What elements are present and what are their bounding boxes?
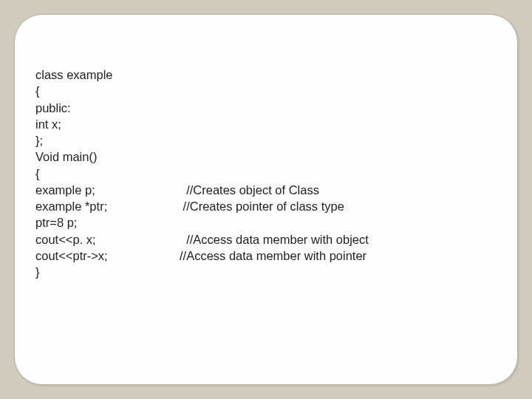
code-line: int x; — [35, 116, 497, 132]
code-line: }; — [35, 132, 497, 149]
code-line: class example — [35, 66, 497, 83]
code-line: example p; //Creates object of Class — [35, 182, 497, 198]
code-text: example *ptr; — [35, 198, 180, 214]
code-text: Void main() — [35, 149, 180, 165]
code-comment: //Access data member with pointer — [180, 248, 497, 264]
code-text: { — [35, 166, 180, 182]
code-line: { — [35, 166, 497, 182]
code-text: ptr=8 p; — [35, 214, 180, 231]
code-comment — [180, 166, 497, 182]
code-line: public: — [35, 100, 497, 116]
code-line: cout<<ptr->x;//Access data member with p… — [35, 248, 497, 264]
code-text: { — [35, 83, 180, 99]
code-line: cout<<p. x; //Access data member with ob… — [35, 231, 497, 248]
code-comment — [180, 132, 497, 149]
code-comment — [180, 100, 497, 116]
code-line: ptr=8 p; — [35, 214, 497, 231]
code-comment — [180, 116, 497, 132]
code-line: } — [35, 264, 497, 280]
code-text: }; — [35, 132, 180, 149]
code-text: cout<<ptr->x; — [35, 248, 180, 264]
code-line: Void main() — [35, 149, 497, 165]
code-comment — [180, 264, 497, 280]
code-text: int x; — [35, 116, 180, 132]
code-comment: //Creates object of Class — [180, 182, 497, 198]
code-line: example *ptr; //Creates pointer of class… — [35, 198, 497, 214]
code-text: } — [35, 264, 180, 280]
code-comment: //Access data member with object — [180, 231, 497, 248]
slide-card: class example { public: int x; }; Void m… — [14, 14, 518, 385]
code-text: public: — [35, 100, 180, 116]
code-line: { — [35, 83, 497, 99]
code-text: example p; — [35, 182, 180, 198]
code-comment — [180, 149, 497, 165]
code-comment — [180, 83, 497, 99]
code-text: class example — [35, 66, 180, 83]
code-comment — [180, 214, 497, 231]
code-comment — [180, 66, 497, 83]
code-comment: //Creates pointer of class type — [180, 198, 497, 214]
code-text: cout<<p. x; — [35, 231, 180, 248]
code-block: class example { public: int x; }; Void m… — [35, 66, 497, 280]
